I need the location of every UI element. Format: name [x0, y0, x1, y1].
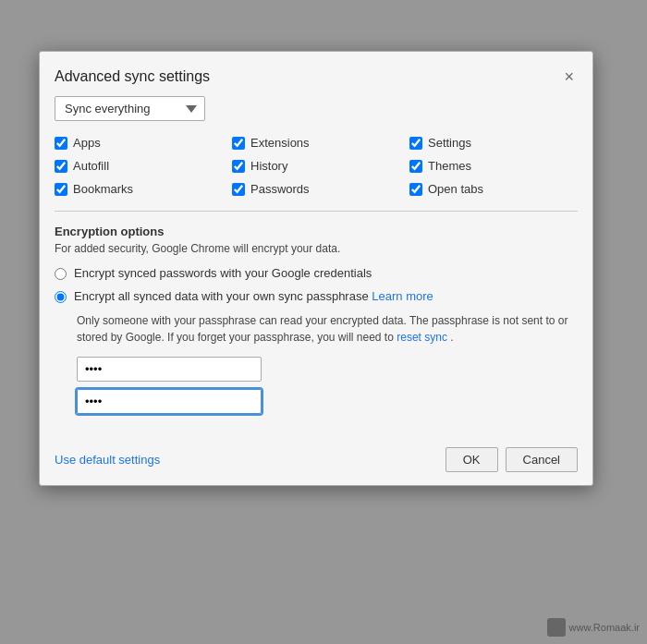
- apps-label[interactable]: Apps: [73, 136, 101, 150]
- settings-label[interactable]: Settings: [428, 136, 471, 150]
- watermark: www.Romaak.ir: [547, 618, 640, 637]
- checkbox-passwords: Passwords: [232, 182, 400, 196]
- autofill-checkbox[interactable]: [55, 160, 67, 173]
- watermark-icon: [547, 618, 566, 637]
- checkbox-open-tabs: Open tabs: [409, 182, 578, 196]
- learn-more-link[interactable]: Learn more: [372, 289, 433, 303]
- encryption-section: Encryption options For added security, G…: [55, 225, 578, 414]
- encrypt-passphrase-label[interactable]: Encrypt all synced data with your own sy…: [74, 289, 433, 303]
- encrypt-google-label[interactable]: Encrypt synced passwords with your Googl…: [74, 266, 372, 280]
- passphrase-note: Only someone with your passphrase can re…: [77, 312, 578, 346]
- open-tabs-checkbox[interactable]: [409, 183, 422, 196]
- dialog-title: Advanced sync settings: [55, 68, 210, 85]
- encrypt-google-radio[interactable]: [55, 268, 67, 280]
- advanced-sync-dialog: Advanced sync settings × Sync everything…: [39, 51, 593, 486]
- extensions-label[interactable]: Extensions: [250, 136, 310, 150]
- close-button[interactable]: ×: [560, 67, 578, 87]
- sync-dropdown-row: Sync everything Choose what to sync: [55, 96, 578, 121]
- watermark-text: www.Romaak.ir: [569, 622, 640, 633]
- radio-google-credentials: Encrypt synced passwords with your Googl…: [55, 266, 578, 280]
- open-tabs-label[interactable]: Open tabs: [428, 182, 483, 196]
- apps-checkbox[interactable]: [55, 137, 67, 150]
- extensions-checkbox[interactable]: [232, 137, 245, 150]
- dialog-footer: Use default settings OK Cancel: [40, 436, 592, 485]
- passphrase-input-1[interactable]: [77, 357, 262, 382]
- passwords-checkbox[interactable]: [232, 183, 245, 196]
- footer-action-buttons: OK Cancel: [446, 447, 578, 472]
- checkbox-bookmarks: Bookmarks: [55, 182, 223, 196]
- sync-options-grid: Apps Extensions Settings Autofill Histor…: [55, 136, 578, 196]
- checkbox-autofill: Autofill: [55, 159, 223, 173]
- encryption-title: Encryption options: [55, 225, 578, 238]
- autofill-label[interactable]: Autofill: [73, 159, 109, 173]
- encryption-description: For added security, Google Chrome will e…: [55, 242, 578, 255]
- checkbox-apps: Apps: [55, 136, 223, 150]
- settings-checkbox[interactable]: [409, 137, 422, 150]
- checkbox-extensions: Extensions: [232, 136, 400, 150]
- bookmarks-label[interactable]: Bookmarks: [73, 182, 133, 196]
- sync-dropdown[interactable]: Sync everything Choose what to sync: [55, 96, 205, 121]
- checkbox-settings: Settings: [409, 136, 578, 150]
- ok-button[interactable]: OK: [446, 447, 498, 472]
- history-checkbox[interactable]: [232, 160, 245, 173]
- themes-label[interactable]: Themes: [428, 159, 471, 173]
- passphrase-input-2[interactable]: [77, 389, 262, 414]
- reset-sync-link[interactable]: reset sync: [397, 331, 447, 344]
- dialog-title-bar: Advanced sync settings ×: [40, 52, 592, 96]
- dialog-body: Sync everything Choose what to sync Apps…: [40, 96, 592, 436]
- encrypt-passphrase-radio[interactable]: [55, 291, 67, 303]
- history-label[interactable]: History: [250, 159, 287, 173]
- passwords-label[interactable]: Passwords: [250, 182, 310, 196]
- section-divider: [55, 211, 578, 212]
- checkbox-themes: Themes: [409, 159, 578, 173]
- themes-checkbox[interactable]: [409, 160, 422, 173]
- checkbox-history: History: [232, 159, 400, 173]
- use-default-button[interactable]: Use default settings: [55, 453, 160, 467]
- cancel-button[interactable]: Cancel: [506, 447, 578, 472]
- bookmarks-checkbox[interactable]: [55, 183, 67, 196]
- radio-own-passphrase: Encrypt all synced data with your own sy…: [55, 289, 578, 303]
